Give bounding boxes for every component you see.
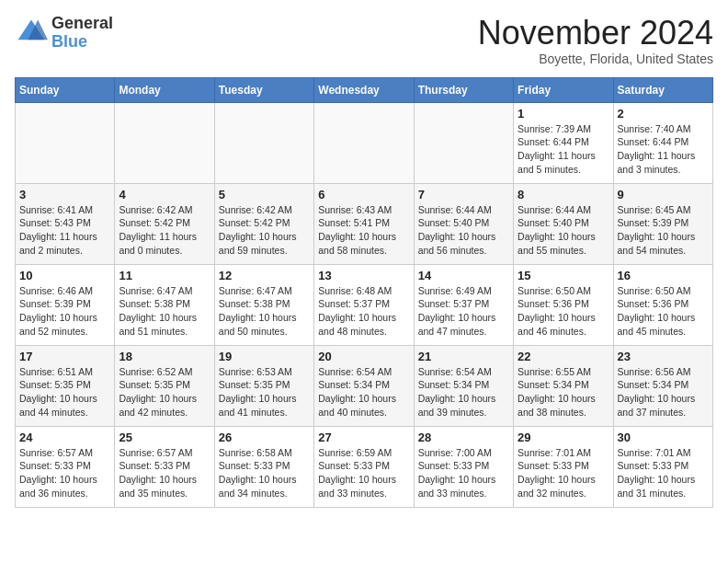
day-number: 24 [19,431,110,444]
day-info: Sunrise: 6:55 AMSunset: 5:34 PMDaylight:… [518,365,609,419]
day-info: Sunrise: 6:58 AMSunset: 5:33 PMDaylight:… [219,446,310,500]
weekday-header-tuesday: Tuesday [214,77,313,102]
calendar-cell: 1Sunrise: 7:39 AMSunset: 6:44 PMDaylight… [514,102,613,183]
day-number: 2 [618,107,709,121]
day-number: 26 [219,431,310,444]
day-number: 1 [518,107,609,121]
day-number: 10 [19,269,110,282]
calendar-body: 1Sunrise: 7:39 AMSunset: 6:44 PMDaylight… [16,102,713,507]
day-info: Sunrise: 6:48 AMSunset: 5:37 PMDaylight:… [318,284,409,339]
calendar-cell [214,102,313,183]
day-number: 5 [219,188,310,201]
day-number: 12 [219,269,310,282]
calendar-cell: 17Sunrise: 6:51 AMSunset: 5:35 PMDayligh… [16,345,115,426]
weekday-header-saturday: Saturday [613,77,712,102]
day-number: 8 [518,188,609,201]
day-number: 6 [318,188,409,201]
day-number: 27 [318,431,409,444]
weekday-header-sunday: Sunday [16,77,115,102]
calendar-cell: 24Sunrise: 6:57 AMSunset: 5:33 PMDayligh… [16,426,115,507]
calendar-cell: 6Sunrise: 6:43 AMSunset: 5:41 PMDaylight… [314,183,414,264]
page-header: General Blue November 2024 Boyette, Flor… [15,15,713,66]
calendar-cell: 8Sunrise: 6:44 AMSunset: 5:40 PMDaylight… [514,183,613,264]
calendar-cell: 15Sunrise: 6:50 AMSunset: 5:36 PMDayligh… [514,264,613,345]
weekday-header-friday: Friday [514,77,613,102]
day-info: Sunrise: 6:56 AMSunset: 5:34 PMDaylight:… [618,365,709,419]
day-number: 30 [618,431,709,444]
day-number: 22 [518,350,609,363]
logo-blue-text: Blue [51,33,113,52]
calendar-cell: 12Sunrise: 6:47 AMSunset: 5:38 PMDayligh… [214,264,313,345]
day-number: 16 [618,269,709,282]
calendar-cell: 27Sunrise: 6:59 AMSunset: 5:33 PMDayligh… [314,426,414,507]
logo-general-text: General [51,15,113,33]
calendar-cell [16,102,115,183]
day-info: Sunrise: 6:57 AMSunset: 5:33 PMDaylight:… [119,446,210,500]
calendar-cell: 4Sunrise: 6:42 AMSunset: 5:42 PMDaylight… [115,183,214,264]
day-number: 17 [19,350,110,363]
title-block: November 2024 Boyette, Florida, United S… [478,15,713,66]
calendar-cell: 22Sunrise: 6:55 AMSunset: 5:34 PMDayligh… [514,345,613,426]
day-info: Sunrise: 6:42 AMSunset: 5:42 PMDaylight:… [119,203,210,258]
day-info: Sunrise: 6:44 AMSunset: 5:40 PMDaylight:… [518,203,609,258]
day-info: Sunrise: 6:47 AMSunset: 5:38 PMDaylight:… [119,284,210,339]
day-info: Sunrise: 6:57 AMSunset: 5:33 PMDaylight:… [19,446,110,500]
calendar-cell [115,102,214,183]
calendar-week-4: 17Sunrise: 6:51 AMSunset: 5:35 PMDayligh… [16,345,713,426]
calendar-cell: 21Sunrise: 6:54 AMSunset: 5:34 PMDayligh… [414,345,513,426]
calendar-cell: 19Sunrise: 6:53 AMSunset: 5:35 PMDayligh… [214,345,313,426]
calendar-cell: 18Sunrise: 6:52 AMSunset: 5:35 PMDayligh… [115,345,214,426]
calendar-week-1: 1Sunrise: 7:39 AMSunset: 6:44 PMDaylight… [16,102,713,183]
weekday-header-row: SundayMondayTuesdayWednesdayThursdayFrid… [16,77,713,102]
day-info: Sunrise: 7:01 AMSunset: 5:33 PMDaylight:… [618,446,709,500]
day-number: 9 [618,188,709,201]
day-info: Sunrise: 6:52 AMSunset: 5:35 PMDaylight:… [119,365,210,419]
day-number: 11 [119,269,210,282]
day-number: 18 [119,350,210,363]
day-number: 15 [518,269,609,282]
day-number: 14 [418,269,509,282]
day-number: 7 [418,188,509,201]
day-info: Sunrise: 6:50 AMSunset: 5:36 PMDaylight:… [518,284,609,339]
calendar-cell: 13Sunrise: 6:48 AMSunset: 5:37 PMDayligh… [314,264,414,345]
day-number: 20 [318,350,409,363]
day-info: Sunrise: 6:59 AMSunset: 5:33 PMDaylight:… [318,446,409,500]
day-info: Sunrise: 6:54 AMSunset: 5:34 PMDaylight:… [418,365,509,419]
calendar-cell: 30Sunrise: 7:01 AMSunset: 5:33 PMDayligh… [613,426,712,507]
day-info: Sunrise: 7:40 AMSunset: 6:44 PMDaylight:… [618,122,709,177]
calendar-cell: 2Sunrise: 7:40 AMSunset: 6:44 PMDaylight… [613,102,712,183]
calendar-cell: 3Sunrise: 6:41 AMSunset: 5:43 PMDaylight… [16,183,115,264]
day-info: Sunrise: 7:01 AMSunset: 5:33 PMDaylight:… [518,446,609,500]
day-info: Sunrise: 6:47 AMSunset: 5:38 PMDaylight:… [219,284,310,339]
calendar-week-3: 10Sunrise: 6:46 AMSunset: 5:39 PMDayligh… [16,264,713,345]
calendar-cell: 7Sunrise: 6:44 AMSunset: 5:40 PMDaylight… [414,183,513,264]
day-info: Sunrise: 6:46 AMSunset: 5:39 PMDaylight:… [19,284,110,339]
calendar-cell: 28Sunrise: 7:00 AMSunset: 5:33 PMDayligh… [414,426,513,507]
day-info: Sunrise: 6:43 AMSunset: 5:41 PMDaylight:… [318,203,409,258]
calendar-cell [414,102,513,183]
calendar-cell: 14Sunrise: 6:49 AMSunset: 5:37 PMDayligh… [414,264,513,345]
calendar-week-5: 24Sunrise: 6:57 AMSunset: 5:33 PMDayligh… [16,426,713,507]
day-number: 3 [19,188,110,201]
day-info: Sunrise: 6:45 AMSunset: 5:39 PMDaylight:… [618,203,709,258]
weekday-header-wednesday: Wednesday [314,77,414,102]
calendar-cell: 26Sunrise: 6:58 AMSunset: 5:33 PMDayligh… [214,426,313,507]
day-info: Sunrise: 6:42 AMSunset: 5:42 PMDaylight:… [219,203,310,258]
logo: General Blue [15,15,113,52]
day-number: 21 [418,350,509,363]
calendar-cell: 11Sunrise: 6:47 AMSunset: 5:38 PMDayligh… [115,264,214,345]
calendar-cell: 16Sunrise: 6:50 AMSunset: 5:36 PMDayligh… [613,264,712,345]
day-info: Sunrise: 6:54 AMSunset: 5:34 PMDaylight:… [318,365,409,419]
day-info: Sunrise: 6:49 AMSunset: 5:37 PMDaylight:… [418,284,509,339]
day-info: Sunrise: 6:41 AMSunset: 5:43 PMDaylight:… [19,203,110,258]
day-number: 25 [119,431,210,444]
calendar-table: SundayMondayTuesdayWednesdayThursdayFrid… [15,77,713,508]
month-title: November 2024 [478,15,713,52]
calendar-cell [314,102,414,183]
day-number: 23 [618,350,709,363]
calendar-cell: 29Sunrise: 7:01 AMSunset: 5:33 PMDayligh… [514,426,613,507]
day-info: Sunrise: 6:44 AMSunset: 5:40 PMDaylight:… [418,203,509,258]
logo-icon [15,17,48,50]
day-number: 4 [119,188,210,201]
day-number: 28 [418,431,509,444]
